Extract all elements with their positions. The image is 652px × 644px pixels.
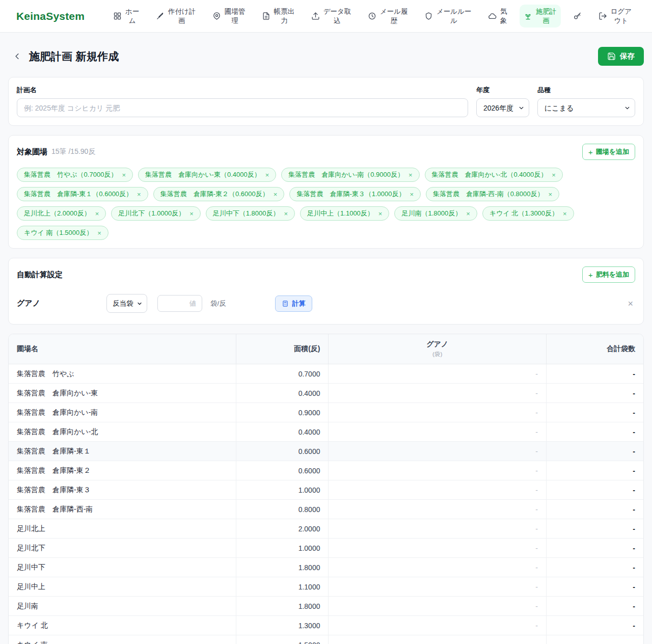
- sprout-icon: [524, 12, 532, 20]
- remove-field-icon[interactable]: ×: [265, 172, 269, 178]
- remove-field-icon[interactable]: ×: [378, 210, 383, 217]
- calc-mode-select[interactable]: 反当袋数: [106, 294, 147, 313]
- nav-list: ホー ム作付け計 画圃場管 理帳票出 力データ取 込メール履 歴メールルー ル気…: [109, 5, 636, 28]
- save-button[interactable]: 保存: [598, 47, 644, 66]
- area-cell: 1.0000: [236, 539, 329, 558]
- fertilizer-bags-cell: -: [329, 384, 546, 403]
- remove-field-icon[interactable]: ×: [274, 191, 278, 198]
- save-icon: [607, 52, 616, 61]
- calculator-icon: [282, 300, 289, 307]
- nav-item-label: 圃場管 理: [225, 7, 246, 25]
- field-chip-label: キウイ 南（1.5000反）: [24, 228, 93, 237]
- plan-name-input[interactable]: [17, 98, 468, 117]
- total-bags-cell: -: [546, 461, 643, 480]
- remove-field-icon[interactable]: ×: [410, 191, 414, 198]
- year-label: 年度: [476, 86, 529, 95]
- calc-unit-label: 袋/反: [210, 299, 226, 308]
- add-fertilizer-button[interactable]: + 肥料を追加: [582, 266, 635, 283]
- field-chip[interactable]: 足川中下（1.8000反）×: [206, 206, 295, 221]
- field-chip-label: 足川南（1.8000反）: [401, 209, 461, 218]
- field-chip[interactable]: 集落営農 倉庫向かい-南（0.9000反）×: [281, 168, 419, 182]
- total-bags-cell: -: [546, 442, 643, 461]
- remove-field-icon[interactable]: ×: [137, 191, 141, 198]
- field-chip[interactable]: 集落営農 倉庫隣-東３（1.0000反）×: [289, 187, 421, 201]
- plus-icon: +: [588, 148, 593, 156]
- nav-item-cropping-plan[interactable]: 作付け計 画: [152, 5, 200, 28]
- nav-item-password[interactable]: [569, 9, 586, 23]
- table-row: キウイ 南1.5000--: [9, 635, 643, 644]
- field-chip[interactable]: 足川北上（2.0000反）×: [17, 206, 106, 221]
- nav-item-report-output[interactable]: 帳票出 力: [258, 5, 299, 28]
- header-fertilizer-unit: (袋): [337, 351, 537, 358]
- remove-field-icon[interactable]: ×: [563, 210, 567, 217]
- calc-value-input[interactable]: [157, 295, 202, 312]
- app-logo[interactable]: KeinaSystem: [16, 10, 85, 22]
- total-bags-cell: -: [546, 635, 643, 644]
- field-name-cell: 集落営農 倉庫隣-東２: [9, 461, 236, 480]
- nav-item-label: 気 象: [500, 7, 507, 25]
- fertilizer-bags-cell: -: [329, 635, 546, 644]
- remove-field-icon[interactable]: ×: [97, 230, 101, 236]
- field-chip[interactable]: 足川北下（1.0000反）×: [111, 206, 200, 221]
- target-fields-summary: 15筆 /15.90反: [51, 147, 95, 156]
- fields-table-card: 圃場名 面積(反) グアノ (袋) 合計袋数 集落営農 竹やぶ0.7000--集…: [8, 334, 644, 644]
- field-chip[interactable]: キウイ 南（1.5000反）×: [17, 226, 108, 240]
- field-name-cell: 足川北下: [9, 539, 236, 558]
- total-bags-cell: -: [546, 577, 643, 597]
- remove-field-icon[interactable]: ×: [122, 172, 126, 178]
- field-chip[interactable]: キウイ 北（1.3000反）×: [482, 206, 574, 221]
- total-bags-cell: -: [546, 422, 643, 442]
- variety-select[interactable]: にこまる: [537, 98, 635, 117]
- page-header: 施肥計画 新規作成 保存: [0, 33, 652, 77]
- remove-field-icon[interactable]: ×: [284, 210, 288, 217]
- table-row: 集落営農 倉庫隣-西-南0.8000--: [9, 500, 643, 519]
- total-bags-cell: -: [546, 519, 643, 539]
- nav-item-mail-rules[interactable]: メールルー ル: [420, 5, 475, 28]
- field-chip[interactable]: 集落営農 倉庫隣-東２（0.6000反）×: [153, 187, 285, 201]
- table-row: 集落営農 倉庫隣-東３1.0000--: [9, 480, 643, 500]
- field-chip[interactable]: 足川中上（1.1000反）×: [300, 206, 389, 221]
- field-chip[interactable]: 集落営農 竹やぶ（0.7000反）×: [17, 168, 133, 182]
- nav-item-fertilization-plan[interactable]: 施肥計 画: [520, 5, 561, 28]
- remove-field-icon[interactable]: ×: [552, 172, 556, 178]
- field-chip[interactable]: 集落営農 倉庫隣-西-南（0.8000反）×: [426, 187, 559, 201]
- area-cell: 1.1000: [236, 577, 329, 597]
- remove-field-icon[interactable]: ×: [95, 210, 99, 217]
- nav-item-data-import[interactable]: データ取 込: [307, 5, 356, 28]
- calculate-button-label: 計算: [292, 299, 306, 308]
- field-name-cell: 足川中下: [9, 558, 236, 577]
- field-chip-label: 集落営農 倉庫隣-東２（0.6000反）: [160, 190, 269, 199]
- field-chip-label: 集落営農 倉庫向かい-東（0.4000反）: [145, 170, 261, 179]
- fertilizer-bags-cell: -: [329, 461, 546, 480]
- field-chip[interactable]: 集落営農 倉庫向かい-北（0.4000反）×: [425, 168, 563, 182]
- add-field-button[interactable]: + 圃場を追加: [582, 144, 635, 160]
- remove-field-icon[interactable]: ×: [548, 191, 552, 198]
- remove-field-icon[interactable]: ×: [409, 172, 413, 178]
- remove-field-icon[interactable]: ×: [466, 210, 470, 217]
- area-cell: 1.5000: [236, 635, 329, 644]
- nav-item-weather[interactable]: 気 象: [484, 5, 511, 28]
- field-chip[interactable]: 集落営農 倉庫隣-東１（0.6000反）×: [17, 187, 148, 201]
- fertilizer-bags-cell: -: [329, 403, 546, 422]
- map-pin-icon: [212, 12, 221, 20]
- table-row: 足川南1.8000--: [9, 597, 643, 616]
- remove-fertilizer-icon[interactable]: ×: [626, 299, 635, 308]
- nav-item-field-management[interactable]: 圃場管 理: [208, 5, 250, 28]
- area-cell: 1.0000: [236, 480, 329, 500]
- nav-item-home[interactable]: ホー ム: [109, 5, 143, 28]
- field-name-cell: 集落営農 倉庫隣-西-南: [9, 500, 236, 519]
- page-title: 施肥計画 新規作成: [29, 49, 119, 64]
- field-chip-label: 足川中上（1.1000反）: [307, 209, 374, 218]
- total-bags-cell: -: [546, 539, 643, 558]
- nav-item-mail-history[interactable]: メール履 歴: [364, 5, 412, 28]
- target-fields-title: 対象圃場: [17, 147, 47, 157]
- year-select[interactable]: 2026年度: [476, 98, 529, 117]
- area-cell: 0.6000: [236, 442, 329, 461]
- back-button[interactable]: [12, 51, 22, 61]
- calculate-button[interactable]: 計算: [275, 296, 312, 312]
- nav-item-label: 作付け計 画: [168, 7, 196, 25]
- field-chip[interactable]: 集落営農 倉庫向かい-東（0.4000反）×: [138, 168, 276, 182]
- remove-field-icon[interactable]: ×: [189, 210, 194, 217]
- nav-item-logout[interactable]: ログア ウト: [594, 5, 636, 28]
- field-chip[interactable]: 足川南（1.8000反）×: [394, 206, 477, 221]
